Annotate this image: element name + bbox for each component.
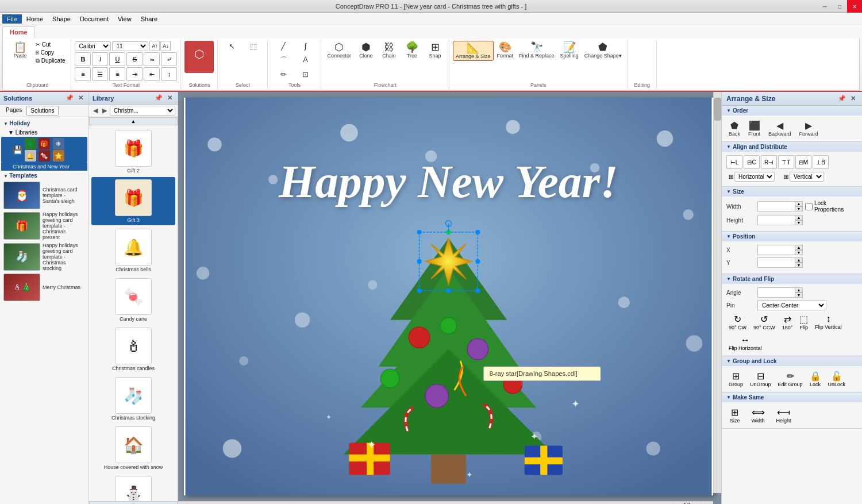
line-tool-button[interactable]: ╱ (273, 41, 294, 52)
arrange-close-button[interactable]: ✕ (849, 94, 857, 103)
align-right-text-button[interactable]: ≡ (109, 67, 125, 81)
minimize-button[interactable]: ─ (817, 0, 832, 13)
backward-button[interactable]: ◀ Backward (766, 119, 794, 138)
x-input[interactable]: 100.5 mm (757, 245, 795, 255)
change-shape-button[interactable]: ⬟ Change Shape▾ (582, 41, 624, 60)
align-left-text-button[interactable]: ≡ (75, 67, 91, 81)
canvas-area[interactable]: Happy New Year! (178, 92, 721, 504)
distribute-v-button[interactable]: ⊞ Vertical (782, 171, 826, 183)
italic-button[interactable]: I (92, 52, 108, 66)
library-scroll-up[interactable]: ▲ (89, 117, 178, 125)
bold-button[interactable]: B (75, 52, 91, 66)
select-area-button[interactable]: ⬚ (243, 41, 264, 52)
line-spacing-button[interactable]: ↕ (161, 67, 177, 81)
width-up-btn[interactable]: ▲ (795, 201, 803, 206)
vertical-select[interactable]: Vertical (790, 172, 824, 182)
align-center-text-button[interactable]: ☰ (92, 67, 108, 81)
duplicate-button[interactable]: ⧉ Duplicate (33, 57, 67, 65)
y-up-btn[interactable]: ▲ (795, 257, 803, 263)
angle-input[interactable]: 0.00 deg (757, 287, 795, 298)
align-top-button[interactable]: ⊤T (778, 155, 794, 169)
align-bottom-button[interactable]: ⊥B (813, 155, 829, 169)
outdent-button[interactable]: ⇤ (144, 67, 160, 81)
align-middle-button[interactable]: ⊟M (795, 155, 811, 169)
lib-item-house[interactable]: 🏠 House covered with snow (91, 424, 175, 472)
underline-button[interactable]: U (109, 52, 125, 66)
canvas-scroll[interactable]: Happy New Year! (178, 92, 721, 501)
size-header[interactable]: Size (722, 187, 862, 197)
library-scroll-down[interactable]: ▼ (89, 501, 178, 504)
format-button[interactable]: 🎨 Format (495, 41, 516, 60)
christmas-new-year-item[interactable]: 💾 🌲 🎁 ❄ 🔔 🍬 ⭐ (1, 137, 87, 163)
menu-shape[interactable]: Shape (48, 14, 75, 24)
library-forward-button[interactable]: ▶ (101, 106, 109, 115)
font-family-select[interactable]: Calibri (75, 41, 111, 51)
flip-vertical-button[interactable]: ↕ Flip Vertical (813, 313, 844, 332)
lib-item-candy-cane[interactable]: 🍬 Candy cane (91, 276, 175, 324)
curve-tool-button[interactable]: ∫ (295, 41, 315, 52)
copy-button[interactable]: ⎘ Copy (33, 49, 67, 56)
fill-tool-button[interactable]: ⊡ (295, 69, 315, 80)
template-merry-xmas[interactable]: 🕯🎄 Merry Christmas (1, 272, 87, 302)
height-input[interactable]: 23.5 mm (757, 215, 795, 225)
group-button[interactable]: ⊞ Group (726, 370, 745, 388)
clone-button[interactable]: ⬢ Clone (356, 41, 376, 60)
solutions-pin-button[interactable]: 📌 (64, 94, 75, 102)
flip-horizontal-button[interactable]: ↔ Flip Horizontal (726, 334, 764, 352)
find-replace-button[interactable]: 🔭 Find & Replace (517, 41, 557, 60)
canvas[interactable]: Happy New Year! (184, 98, 713, 495)
snap-button[interactable]: ⊞ Snap (425, 41, 445, 60)
pencil-tool-button[interactable]: ✏ (273, 69, 294, 80)
unlock-button[interactable]: 🔓 UnLock (826, 370, 848, 388)
y-down-btn[interactable]: ▼ (795, 263, 803, 268)
distribute-h-button[interactable]: ⊞ Horizontal (726, 171, 777, 183)
lib-item-gift2[interactable]: 🎁 Gift 2 (91, 128, 175, 176)
connector-button[interactable]: ⬡ Connector (325, 41, 353, 60)
library-dropdown[interactable]: Christm... (110, 106, 175, 116)
group-header[interactable]: Group and Lock (722, 356, 862, 366)
lock-checkbox[interactable] (805, 203, 813, 210)
cut-button[interactable]: ✂ Cut (33, 41, 67, 48)
align-left-button[interactable]: ⊢L (726, 155, 742, 169)
select-pointer-button[interactable]: ↖ (221, 41, 242, 52)
make-same-header[interactable]: Make Same (722, 393, 862, 402)
same-height-button[interactable]: ⟻ Height (773, 406, 795, 425)
height-up-btn[interactable]: ▲ (795, 215, 803, 220)
rotate-180-button[interactable]: ⇄ 180° (780, 313, 795, 332)
tab-home[interactable]: Home (2, 26, 35, 38)
angle-up-btn[interactable]: ▲ (795, 287, 803, 293)
template-xmas-present[interactable]: 🎁 Happy holidays greeting card template … (1, 210, 87, 241)
align-center-button[interactable]: ⊟C (744, 155, 760, 169)
subscript-button[interactable]: x₂ (144, 52, 160, 66)
menu-file[interactable]: File (2, 14, 22, 24)
lib-item-candles[interactable]: 🕯 Christmas candles (91, 325, 175, 374)
lock-button[interactable]: 🔒 Lock (807, 370, 823, 388)
template-xmas-stocking[interactable]: 🧦 Happy holidays greeting card template … (1, 241, 87, 272)
forward-button[interactable]: ▶ Forward (797, 119, 821, 138)
align-right-button[interactable]: R⊣ (761, 155, 777, 169)
lock-proportions[interactable]: Lock Proportions (805, 200, 857, 213)
library-close-button[interactable]: ✕ (166, 94, 174, 102)
font-increase-button[interactable]: A↑ (149, 41, 160, 51)
x-up-btn[interactable]: ▲ (795, 245, 803, 250)
superscript-button[interactable]: x² (161, 52, 177, 66)
edit-group-button[interactable]: ✏ Edit Group (776, 370, 805, 388)
solutions-button[interactable]: ⬡ Solutions (184, 41, 214, 73)
maximize-button[interactable]: □ (832, 0, 847, 13)
menu-view[interactable]: View (113, 14, 136, 24)
angle-down-btn[interactable]: ▼ (795, 293, 803, 298)
horizontal-select[interactable]: Horizontal (734, 172, 775, 182)
strikethrough-button[interactable]: S (126, 52, 143, 66)
order-header[interactable]: Order (722, 106, 862, 116)
rotate-header[interactable]: Rotate and Flip (722, 274, 862, 284)
tab-pages[interactable]: Pages (2, 106, 25, 116)
lib-item-stocking[interactable]: 🧦 Christmas stocking (91, 375, 175, 423)
tab-solutions[interactable]: Solutions (26, 106, 58, 116)
x-down-btn[interactable]: ▼ (795, 250, 803, 255)
libraries-section[interactable]: ▼ Libraries (1, 128, 87, 137)
tree-button[interactable]: 🌳 Tree (402, 41, 422, 60)
back-button[interactable]: ⬟ Back (726, 119, 742, 138)
arc-tool-button[interactable]: ⌒ (273, 54, 294, 67)
lib-item-bells[interactable]: 🔔 Christmas bells (91, 226, 175, 275)
align-header[interactable]: Align and Distribute (722, 142, 862, 152)
